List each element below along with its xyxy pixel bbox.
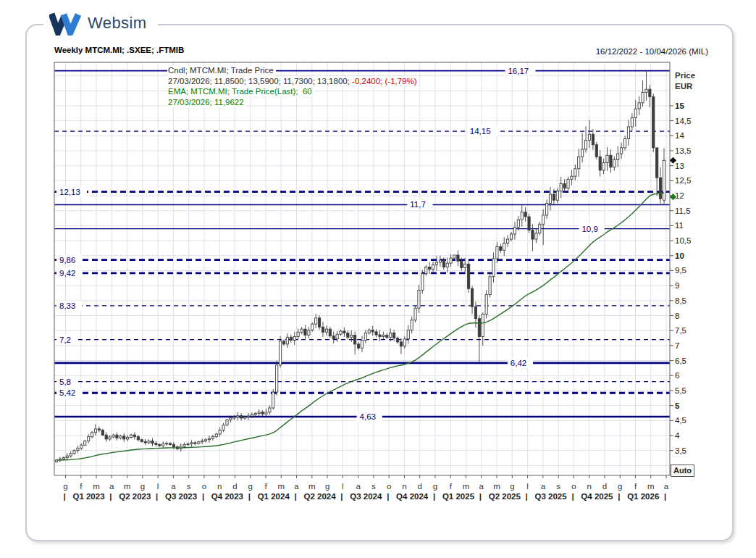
svg-text:m: m	[463, 482, 470, 491]
svg-text:6: 6	[675, 371, 679, 380]
svg-text:g: g	[510, 482, 514, 491]
svg-text:10,5: 10,5	[675, 236, 691, 245]
app-window: 16,1714,1512,1311,710,99,869,428,337,26,…	[0, 0, 756, 558]
svg-text:|: |	[64, 492, 66, 501]
svg-text:14,5: 14,5	[675, 117, 691, 125]
legend-ohlc-values: 27/03/2026; 11,8500; 13,5900; 11,7300; 1…	[168, 77, 352, 86]
svg-text:Q3 2025: Q3 2025	[535, 492, 568, 501]
svg-text:7: 7	[675, 341, 679, 350]
svg-text:a: a	[541, 482, 546, 491]
legend-candle-series: Cndl; MTCM.MI; Trade Price	[167, 65, 276, 76]
chart-legend: Cndl; MTCM.MI; Trade Price 27/03/2026; 1…	[167, 65, 419, 107]
svg-text:s: s	[187, 482, 191, 491]
legend-ema-series: EMA; MTCM.MI; Trade Price(Last); 60	[167, 86, 314, 97]
svg-text:14: 14	[675, 131, 684, 140]
svg-text:d: d	[418, 482, 422, 491]
svg-text:m: m	[308, 482, 316, 491]
svg-text:|: |	[433, 492, 435, 501]
svg-text:d: d	[232, 482, 237, 491]
auto-scale-button[interactable]: Auto	[671, 465, 694, 477]
svg-text:|: |	[156, 492, 158, 501]
websim-logo[interactable]: Websim	[43, 7, 158, 40]
svg-text:s: s	[371, 482, 376, 491]
svg-text:o: o	[202, 482, 206, 491]
svg-text:a: a	[109, 482, 114, 491]
svg-text:g: g	[248, 482, 253, 491]
svg-text:f: f	[450, 482, 453, 491]
svg-text:14,15: 14,15	[470, 127, 491, 136]
legend-ema-value: 27/03/2026; 11,9622	[167, 97, 246, 108]
svg-text:3,5: 3,5	[675, 446, 686, 455]
svg-text:g: g	[433, 482, 437, 491]
svg-text:8,33: 8,33	[59, 301, 75, 310]
y-axis: 3,544,555,566,577,588,599,51010,51111,51…	[670, 101, 691, 455]
svg-text:7,2: 7,2	[59, 336, 71, 344]
svg-text:11,5: 11,5	[675, 207, 691, 215]
svg-text:10,9: 10,9	[581, 225, 597, 233]
svg-text:l: l	[526, 482, 529, 491]
svg-text:g: g	[325, 482, 329, 491]
svg-text:Q2 2023: Q2 2023	[119, 492, 151, 501]
svg-text:Q1 2025: Q1 2025	[442, 492, 475, 501]
svg-text:5: 5	[675, 401, 680, 410]
svg-text:m: m	[93, 482, 100, 491]
svg-text:o: o	[571, 482, 576, 491]
svg-text:12,13: 12,13	[59, 188, 80, 196]
svg-text:4,63: 4,63	[360, 412, 376, 421]
legend-candle-values: 27/03/2026; 11,8500; 13,5900; 11,7300; 1…	[167, 76, 419, 87]
price-axis-title: Price EUR	[675, 70, 695, 92]
svg-text:m: m	[647, 482, 655, 491]
svg-text:m: m	[124, 482, 131, 491]
svg-text:|: |	[526, 492, 528, 501]
svg-text:n: n	[587, 482, 591, 491]
svg-text:a: a	[171, 482, 176, 491]
date-range-label: 16/12/2022 - 10/04/2026 (MIL)	[596, 47, 708, 56]
svg-text:Q4 2025: Q4 2025	[581, 492, 613, 501]
svg-text:10: 10	[675, 251, 684, 260]
svg-text:s: s	[556, 482, 560, 491]
svg-text:n: n	[402, 482, 406, 491]
svg-text:Q4 2024: Q4 2024	[396, 492, 429, 501]
websim-logo-text: Websim	[88, 14, 146, 33]
svg-text:|: |	[664, 492, 666, 501]
svg-text:5,42: 5,42	[59, 388, 75, 397]
svg-text:4,5: 4,5	[675, 416, 686, 425]
legend-change-values: -0,2400; (-1,79%)	[352, 77, 417, 86]
svg-text:Q1 2024: Q1 2024	[258, 492, 290, 501]
svg-text:|: |	[479, 492, 482, 501]
svg-text:13,5: 13,5	[675, 146, 691, 155]
svg-text:f: f	[80, 482, 83, 491]
svg-text:Q1 2023: Q1 2023	[72, 492, 104, 501]
svg-text:Q3 2023: Q3 2023	[165, 492, 197, 501]
svg-text:|: |	[109, 492, 112, 501]
svg-text:|: |	[340, 492, 343, 501]
x-axis: gfmamglasondgfmamglasondgfmamglasondgfma…	[63, 475, 669, 501]
svg-text:g: g	[140, 482, 145, 491]
hline-labels-layer: 16,1714,1512,1311,710,99,869,428,337,26,…	[56, 66, 605, 422]
svg-text:11,7: 11,7	[410, 200, 426, 209]
svg-text:a: a	[479, 482, 484, 491]
svg-text:8,5: 8,5	[675, 296, 686, 305]
svg-text:7,5: 7,5	[675, 326, 686, 335]
svg-text:g: g	[618, 482, 622, 491]
svg-text:12: 12	[675, 191, 684, 200]
svg-text:6,5: 6,5	[675, 357, 686, 365]
svg-text:8: 8	[675, 312, 679, 320]
svg-text:|: |	[618, 492, 620, 501]
hlines-layer	[54, 71, 670, 417]
svg-text:4: 4	[675, 431, 680, 440]
svg-text:|: |	[202, 492, 204, 501]
svg-text:a: a	[356, 482, 361, 491]
svg-text:13: 13	[675, 162, 684, 170]
svg-text:f: f	[264, 482, 267, 491]
svg-text:Q4 2023: Q4 2023	[211, 492, 243, 501]
svg-text:9,86: 9,86	[59, 256, 75, 265]
svg-text:Q3 2024: Q3 2024	[350, 492, 382, 501]
svg-text:9: 9	[675, 281, 679, 290]
svg-text:o: o	[387, 482, 391, 491]
svg-text:n: n	[217, 482, 222, 491]
svg-text:l: l	[157, 482, 159, 491]
svg-text:5,8: 5,8	[59, 378, 71, 386]
svg-text:11: 11	[675, 221, 684, 230]
svg-text:9,42: 9,42	[59, 269, 75, 278]
